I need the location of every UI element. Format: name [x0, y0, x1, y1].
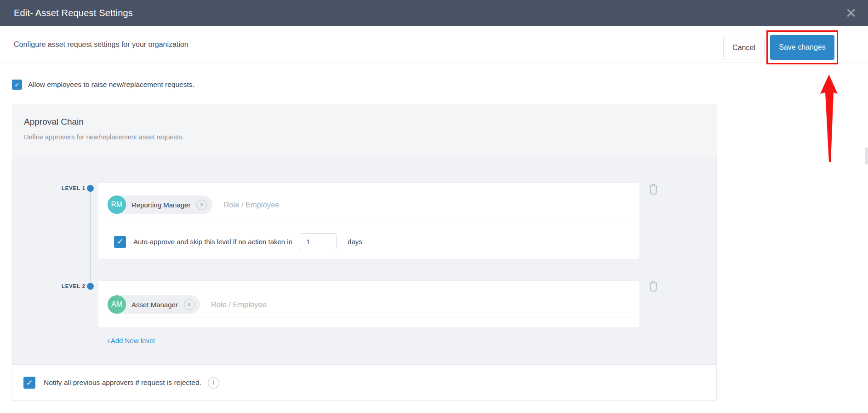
save-changes-button[interactable]: Save changes [770, 35, 834, 60]
delete-level-1-button[interactable] [647, 183, 660, 195]
info-icon[interactable]: i [208, 377, 219, 389]
level-1-label: LEVEL 1 [30, 185, 86, 191]
allow-requests-row: ✓ Allow employees to raise new/replaceme… [12, 80, 194, 90]
approver-name: Asset Manager [131, 301, 178, 309]
role-employee-input[interactable]: Role / Employee [223, 201, 279, 209]
cancel-button[interactable]: Cancel [723, 36, 765, 59]
trash-icon [648, 280, 659, 292]
allow-requests-label: Allow employees to raise new/replacement… [28, 80, 194, 89]
notify-checkbox[interactable]: ✓ [23, 377, 35, 389]
avatar: RM [108, 195, 126, 214]
avatar: AM [108, 295, 126, 314]
auto-approve-label: Auto-approve and skip this level if no a… [133, 238, 292, 246]
level-2-approver-field[interactable]: AM Asset Manager × Role / Employee [108, 295, 267, 314]
field-underline [108, 220, 631, 220]
level-1-approver-field[interactable]: RM Reporting Manager × Role / Employee [108, 195, 279, 214]
approver-name: Reporting Manager [131, 201, 190, 209]
level-1-dot [87, 185, 94, 192]
modal-title: Edit- Asset Request Settings [14, 8, 133, 18]
auto-approve-row: ✓ Auto-approve and skip this level if no… [114, 233, 362, 250]
role-employee-input[interactable]: Role / Employee [211, 300, 267, 309]
check-icon: ✓ [14, 81, 20, 88]
level-2-dot [87, 283, 94, 290]
modal-header: Edit- Asset Request Settings ✕ [0, 0, 868, 26]
delete-level-2-button[interactable] [647, 280, 660, 293]
annotation-arrow [814, 71, 846, 166]
level-1-approver-chip: RM Reporting Manager × [108, 195, 212, 214]
approval-chain-subtitle: Define approvers for new/replacement ass… [24, 133, 184, 141]
check-icon: ✓ [26, 378, 33, 388]
trash-icon [648, 183, 659, 195]
add-new-level-link[interactable]: +Add New level [107, 337, 155, 344]
auto-approve-checkbox[interactable]: ✓ [114, 236, 126, 248]
level-2-card: AM Asset Manager × Role / Employee [98, 281, 640, 328]
notify-label: Notify all previous approvers if request… [44, 379, 201, 387]
check-icon: ✓ [117, 237, 123, 247]
annotation-highlight-box: Save changes [766, 30, 838, 64]
close-icon[interactable]: ✕ [839, 0, 862, 26]
level-1-card: RM Reporting Manager × Role / Employee ✓… [98, 183, 640, 259]
allow-requests-checkbox[interactable]: ✓ [12, 80, 22, 90]
days-unit-label: days [348, 238, 362, 246]
scrollbar-thumb[interactable] [865, 147, 868, 165]
level-2-label: LEVEL 2 [30, 283, 86, 289]
auto-approve-days-input[interactable] [300, 233, 337, 250]
remove-approver-icon[interactable]: × [196, 200, 207, 210]
approval-chain-title: Approval Chain [24, 117, 84, 127]
level-2-approver-chip: AM Asset Manager × [108, 295, 200, 314]
remove-approver-icon[interactable]: × [184, 299, 194, 310]
level-connector-line [90, 192, 91, 283]
notify-row: ✓ Notify all previous approvers if reque… [12, 365, 717, 401]
modal-subtitle: Configure asset request settings for you… [14, 26, 188, 63]
field-underline [108, 317, 631, 317]
